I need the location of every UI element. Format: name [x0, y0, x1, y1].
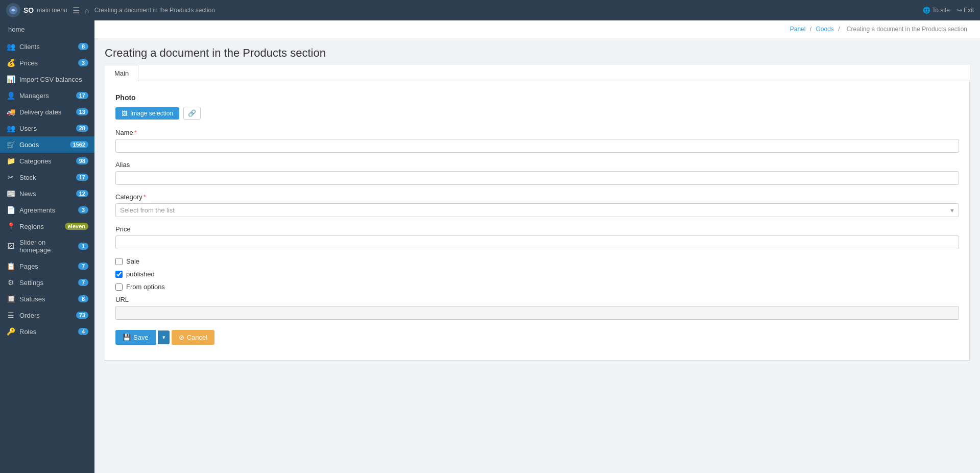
managers-icon: 👤	[6, 91, 15, 100]
exit-link[interactable]: ↪ Exit	[957, 7, 974, 14]
published-label[interactable]: published	[126, 270, 155, 278]
topbar-right: 🌐 To site ↪ Exit	[923, 7, 974, 14]
content-area: Main Photo 🖼 Image selection 🔗	[94, 65, 980, 371]
photo-section-title: Photo	[115, 93, 959, 102]
globe-icon: 🌐	[923, 7, 930, 14]
save-button[interactable]: 💾 Save	[115, 330, 156, 345]
image-selection-button[interactable]: 🖼 Image selection	[115, 107, 179, 120]
badge-delivery-dates: 13	[76, 108, 88, 115]
sidebar-label-agreements: Agreements	[19, 206, 74, 214]
sidebar-item-agreements[interactable]: 📄Agreements3	[0, 202, 94, 218]
sidebar-item-regions[interactable]: 📍Regionseleven	[0, 218, 94, 234]
sidebar-label-categories: Categories	[19, 157, 72, 165]
sidebar-item-settings[interactable]: ⚙Settings7	[0, 274, 94, 291]
clients-icon: 👥	[6, 42, 15, 51]
main-content: Panel / Goods / Creating a document in t…	[94, 20, 980, 473]
sidebar-home[interactable]: home	[0, 20, 94, 38]
topbar-left: SO main menu ☰ ⌂ Creating a document in …	[6, 3, 215, 17]
badge-statuses: 8	[78, 295, 88, 302]
sidebar-item-goods[interactable]: 🛒Goods1562	[0, 136, 94, 153]
category-label: Category*	[115, 193, 959, 201]
sidebar-label-regions: Regions	[19, 223, 61, 230]
from-options-checkbox[interactable]	[115, 283, 123, 291]
name-label: Name*	[115, 129, 959, 136]
pages-icon: 📋	[6, 262, 15, 270]
caret-down-icon: ▾	[162, 334, 165, 340]
home-icon[interactable]: ⌂	[85, 6, 89, 15]
sidebar-item-stock[interactable]: ✂Stock17	[0, 169, 94, 185]
sidebar-item-delivery-dates[interactable]: 🚚Delivery dates13	[0, 104, 94, 120]
sidebar-item-roles[interactable]: 🔑Roles4	[0, 323, 94, 340]
badge-regions: eleven	[65, 223, 88, 230]
sidebar-label-orders: Orders	[19, 312, 72, 319]
sidebar: home 👥Clients8💰Prices3📊Import CSV balanc…	[0, 20, 94, 473]
badge-clients: 8	[78, 43, 88, 50]
categories-icon: 📁	[6, 157, 15, 165]
badge-pages: 7	[78, 263, 88, 270]
sale-label[interactable]: Sale	[126, 257, 139, 265]
badge-categories: 98	[76, 157, 88, 164]
sidebar-label-goods: Goods	[19, 141, 66, 149]
sidebar-item-clients[interactable]: 👥Clients8	[0, 38, 94, 55]
sidebar-label-pages: Pages	[19, 263, 74, 270]
cancel-button[interactable]: ⊘ Cancel	[172, 330, 214, 345]
tab-main[interactable]: Main	[105, 65, 138, 81]
alias-input[interactable]	[115, 171, 959, 185]
prices-icon: 💰	[6, 59, 15, 67]
sidebar-item-pages[interactable]: 📋Pages7	[0, 258, 94, 274]
to-site-link[interactable]: 🌐 To site	[923, 7, 950, 14]
sidebar-label-managers: Managers	[19, 92, 72, 100]
category-select[interactable]: Select from the list	[115, 203, 959, 217]
slider-icon: 🖼	[6, 242, 15, 250]
from-options-label[interactable]: From options	[126, 283, 165, 291]
save-dropdown-button[interactable]: ▾	[158, 330, 170, 344]
orders-icon: ☰	[6, 311, 15, 319]
topbar-logo: SO main menu	[6, 3, 67, 17]
agreements-icon: 📄	[6, 206, 15, 214]
sidebar-label-prices: Prices	[19, 59, 74, 67]
sidebar-item-import-csv[interactable]: 📊Import CSV balances	[0, 71, 94, 87]
sidebar-item-news[interactable]: 📰News12	[0, 185, 94, 202]
badge-prices: 3	[78, 59, 88, 66]
sidebar-item-prices[interactable]: 💰Prices3	[0, 55, 94, 71]
breadcrumb-panel[interactable]: Panel	[790, 26, 806, 33]
url-input[interactable]	[115, 306, 959, 320]
link-icon-button[interactable]: 🔗	[183, 107, 201, 120]
sidebar-label-delivery-dates: Delivery dates	[19, 108, 72, 116]
sidebar-item-categories[interactable]: 📁Categories98	[0, 153, 94, 169]
breadcrumb-goods[interactable]: Goods	[816, 26, 833, 33]
name-input[interactable]	[115, 139, 959, 153]
sidebar-item-slider[interactable]: 🖼Slider on homepage1	[0, 234, 94, 258]
news-icon: 📰	[6, 190, 15, 198]
category-select-wrapper: Select from the list ▼	[115, 203, 959, 217]
sidebar-item-statuses[interactable]: 🔲Statuses8	[0, 291, 94, 307]
subheader: Panel / Goods / Creating a document in t…	[94, 20, 980, 38]
delivery-dates-icon: 🚚	[6, 108, 15, 116]
sidebar-item-managers[interactable]: 👤Managers17	[0, 87, 94, 104]
sidebar-label-settings: Settings	[19, 279, 74, 287]
sidebar-item-orders[interactable]: ☰Orders73	[0, 307, 94, 323]
stock-icon: ✂	[6, 173, 15, 181]
form-card: Photo 🖼 Image selection 🔗 Name*	[105, 81, 970, 361]
cancel-icon: ⊘	[179, 334, 184, 341]
topbar: SO main menu ☰ ⌂ Creating a document in …	[0, 0, 980, 20]
hamburger-icon[interactable]: ☰	[73, 6, 80, 15]
tabs: Main	[105, 65, 970, 81]
sidebar-label-clients: Clients	[19, 43, 74, 51]
regions-icon: 📍	[6, 222, 15, 230]
sidebar-item-users[interactable]: 👥Users28	[0, 120, 94, 136]
badge-users: 28	[76, 125, 88, 132]
badge-news: 12	[76, 190, 88, 197]
statuses-icon: 🔲	[6, 295, 15, 303]
roles-icon: 🔑	[6, 327, 15, 336]
published-checkbox[interactable]	[115, 271, 123, 278]
badge-managers: 17	[76, 92, 88, 99]
sidebar-label-slider: Slider on homepage	[19, 239, 74, 254]
sale-checkbox[interactable]	[115, 258, 123, 265]
category-group: Category* Select from the list ▼	[115, 193, 959, 217]
price-input[interactable]	[115, 235, 959, 249]
page-title-area: Creating a document in the Products sect…	[94, 38, 980, 65]
action-buttons: 💾 Save ▾ ⊘ Cancel	[115, 330, 959, 345]
sidebar-label-roles: Roles	[19, 328, 74, 336]
import-csv-icon: 📊	[6, 75, 15, 83]
